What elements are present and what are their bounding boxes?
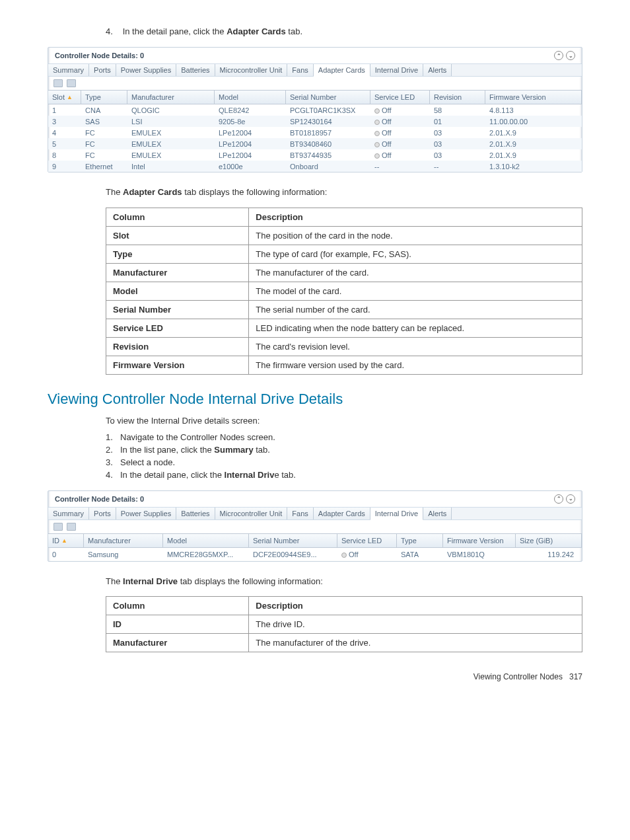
internal-drive-desc-intro: The Internal Drive tab displays the foll…	[106, 575, 582, 589]
tab-microcontroller-unit[interactable]: Microcontroller Unit	[215, 64, 288, 76]
view-icon-2[interactable]	[67, 79, 76, 87]
col-type[interactable]: Type	[397, 534, 443, 547]
collapse-up-icon[interactable]: ⌃	[554, 494, 563, 504]
tab-ports[interactable]: Ports	[89, 64, 116, 76]
adapter-cards-description-table: ColumnDescription SlotThe position of th…	[106, 208, 582, 375]
adapter-cards-panel: Controller Node Details: 0 ⌃ ⌄ Summary P…	[48, 47, 582, 172]
collapse-down-icon[interactable]: ⌄	[566, 494, 575, 504]
col-firmware-version[interactable]: Firmware Version	[443, 534, 516, 547]
table-row[interactable]: 0 Samsung MMCRE28G5MXP... DCF2E00944SE9.…	[48, 548, 582, 561]
desc-desc-header: Description	[249, 597, 582, 615]
collapse-up-icon[interactable]: ⌃	[554, 51, 563, 60]
tab-power-supplies[interactable]: Power Supplies	[116, 64, 176, 76]
step-number: 4.	[106, 26, 120, 36]
view-icon-2[interactable]	[67, 523, 76, 531]
col-service-led[interactable]: Service LED	[337, 534, 397, 547]
step-4: 4. In the detail pane, click the Adapter…	[106, 26, 582, 36]
tab-internal-drive[interactable]: Internal Drive	[370, 508, 423, 520]
footer-label: Viewing Controller Nodes	[473, 672, 563, 681]
led-icon	[374, 120, 380, 125]
col-service-led[interactable]: Service LED	[370, 91, 430, 104]
tab-summary[interactable]: Summary	[48, 64, 89, 76]
table-row[interactable]: 4FCEMULEXLPe12004BT01818957Off032.01.X.9	[48, 127, 582, 138]
tab-summary[interactable]: Summary	[48, 508, 89, 519]
tab-power-supplies[interactable]: Power Supplies	[116, 508, 176, 519]
internal-drive-intro: To view the Internal Drive details scree…	[106, 414, 582, 428]
table-row[interactable]: 8FCEMULEXLPe12004BT93744935Off032.01.X.9	[48, 149, 582, 161]
tab-bar: Summary Ports Power Supplies Batteries M…	[48, 63, 582, 77]
col-slot[interactable]: Slot▲	[48, 91, 81, 104]
col-model[interactable]: Model	[215, 91, 286, 104]
tab-batteries[interactable]: Batteries	[176, 508, 215, 519]
col-serial-number[interactable]: Serial Number	[249, 534, 337, 547]
page-number: 317	[569, 672, 582, 681]
sort-asc-icon: ▲	[61, 537, 67, 544]
internal-drive-panel: Controller Node Details: 0 ⌃ ⌄ Summary P…	[48, 490, 582, 562]
led-icon	[374, 108, 380, 114]
sort-asc-icon: ▲	[67, 94, 73, 100]
grid-header-row: Slot▲ Type Manufacturer Model Serial Num…	[48, 90, 582, 104]
view-icon-1[interactable]	[53, 79, 63, 87]
table-row[interactable]: 1CNAQLOGICQLE8242PCGLT0ARC1K3SXOff584.8.…	[48, 104, 582, 116]
tab-fans[interactable]: Fans	[287, 64, 313, 76]
grid-body: 1CNAQLOGICQLE8242PCGLT0ARC1K3SXOff584.8.…	[48, 104, 582, 172]
col-type[interactable]: Type	[81, 91, 127, 104]
col-size-gib[interactable]: Size (GiB)	[516, 534, 582, 547]
view-icon-1[interactable]	[53, 523, 63, 531]
panel-title: Controller Node Details: 0	[55, 495, 144, 503]
tab-microcontroller-unit[interactable]: Microcontroller Unit	[215, 508, 288, 519]
tab-bar: Summary Ports Power Supplies Batteries M…	[48, 507, 582, 520]
tab-internal-drive[interactable]: Internal Drive	[370, 64, 423, 76]
page-footer: Viewing Controller Nodes 317	[48, 672, 582, 681]
step-text-pre: In the detail pane, click the	[123, 26, 227, 36]
col-serial-number[interactable]: Serial Number	[286, 91, 370, 104]
tab-fans[interactable]: Fans	[287, 508, 313, 519]
col-id[interactable]: ID▲	[48, 534, 84, 547]
grid-body: 0 Samsung MMCRE28G5MXP... DCF2E00944SE9.…	[48, 548, 582, 561]
tab-batteries[interactable]: Batteries	[176, 64, 215, 76]
col-manufacturer[interactable]: Manufacturer	[84, 534, 163, 547]
steps-list: 1.Navigate to the Controller Nodes scree…	[106, 432, 582, 480]
adapter-cards-intro: The Adapter Cards tab displays the follo…	[106, 186, 582, 200]
tab-adapter-cards[interactable]: Adapter Cards	[314, 64, 370, 77]
internal-drive-description-table: ColumnDescription IDThe drive ID. Manufa…	[106, 596, 582, 652]
led-icon	[374, 142, 380, 147]
desc-col-header: Column	[106, 208, 249, 226]
led-icon	[374, 131, 380, 136]
tab-alerts[interactable]: Alerts	[423, 508, 452, 519]
table-row[interactable]: 9EthernetIntele1000eOnboard----1.3.10-k2	[48, 161, 582, 172]
collapse-down-icon[interactable]: ⌄	[566, 51, 575, 60]
step-text-bold: Adapter Cards	[227, 26, 286, 36]
section-heading-internal-drive: Viewing Controller Node Internal Drive D…	[48, 391, 582, 408]
desc-desc-header: Description	[249, 208, 582, 226]
table-row[interactable]: 5FCEMULEXLPe12004BT93408460Off032.01.X.9	[48, 138, 582, 149]
led-icon	[341, 553, 347, 558]
tab-adapter-cards[interactable]: Adapter Cards	[314, 508, 370, 519]
col-manufacturer[interactable]: Manufacturer	[127, 91, 215, 104]
col-model[interactable]: Model	[163, 534, 249, 547]
led-icon	[374, 153, 380, 159]
table-row[interactable]: 3SASLSI9205-8eSP12430164Off0111.00.00.00	[48, 116, 582, 127]
panel-title: Controller Node Details: 0	[55, 52, 144, 59]
grid-header-row: ID▲ Manufacturer Model Serial Number Ser…	[48, 533, 582, 548]
col-firmware-version[interactable]: Firmware Version	[485, 91, 582, 104]
tab-alerts[interactable]: Alerts	[423, 64, 452, 76]
tab-ports[interactable]: Ports	[89, 508, 116, 519]
desc-col-header: Column	[106, 597, 249, 615]
step-text-post: tab.	[286, 26, 302, 36]
col-revision[interactable]: Revision	[430, 91, 485, 104]
